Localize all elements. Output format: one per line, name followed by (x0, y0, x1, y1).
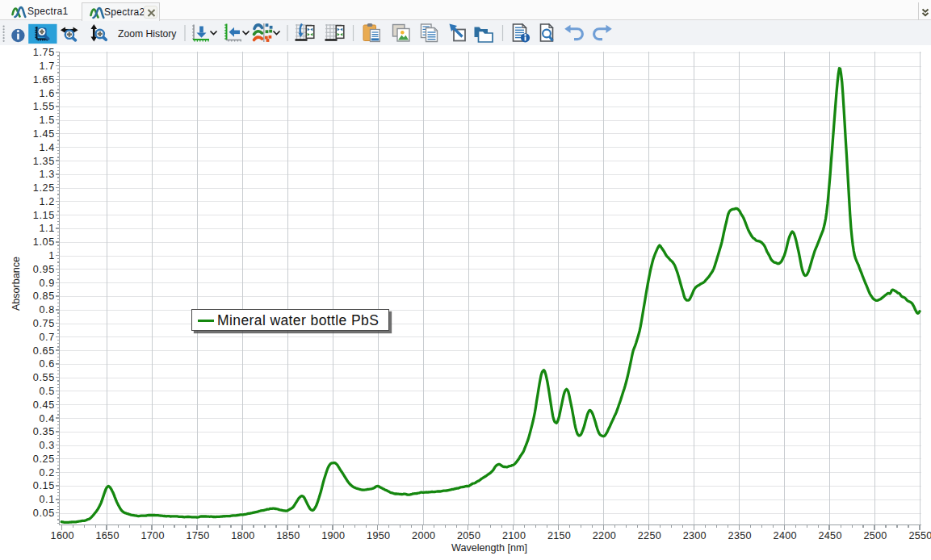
svg-text:2150: 2150 (547, 530, 571, 541)
svg-text:0.95: 0.95 (33, 264, 55, 275)
svg-text:1800: 1800 (231, 530, 254, 541)
svg-text:0.7: 0.7 (39, 332, 55, 343)
svg-text:2450: 2450 (818, 530, 841, 541)
svg-text:0.55: 0.55 (33, 372, 55, 383)
svg-text:1.75: 1.75 (33, 47, 55, 58)
svg-text:1.65: 1.65 (33, 74, 55, 86)
svg-text:0.15: 0.15 (33, 480, 55, 491)
svg-text:1.2: 1.2 (39, 196, 55, 207)
svg-text:1750: 1750 (186, 530, 209, 541)
svg-text:2100: 2100 (502, 530, 526, 541)
svg-text:2000: 2000 (412, 530, 435, 541)
svg-text:0.75: 0.75 (33, 318, 55, 329)
svg-text:0.3: 0.3 (39, 440, 55, 451)
svg-text:1950: 1950 (367, 530, 390, 541)
svg-text:1.5: 1.5 (39, 115, 55, 126)
svg-text:1.15: 1.15 (33, 210, 55, 221)
svg-text:1.4: 1.4 (39, 142, 55, 153)
svg-text:0.05: 0.05 (33, 508, 55, 519)
svg-text:1.1: 1.1 (39, 223, 55, 234)
svg-text:0.6: 0.6 (39, 358, 55, 370)
svg-text:1.3: 1.3 (39, 169, 55, 180)
svg-text:2200: 2200 (593, 530, 616, 541)
svg-text:2300: 2300 (683, 530, 707, 541)
svg-text:2500: 2500 (863, 530, 887, 541)
svg-text:2050: 2050 (457, 530, 480, 541)
svg-text:0.9: 0.9 (39, 278, 55, 289)
svg-text:0.85: 0.85 (33, 290, 55, 302)
svg-text:2550: 2550 (908, 530, 931, 541)
svg-text:1.55: 1.55 (33, 101, 55, 112)
svg-text:1900: 1900 (321, 530, 345, 541)
svg-text:0.5: 0.5 (39, 386, 55, 397)
svg-text:0.45: 0.45 (33, 399, 55, 411)
svg-text:1.25: 1.25 (33, 182, 55, 194)
svg-text:1.05: 1.05 (33, 236, 55, 248)
svg-text:1650: 1650 (95, 530, 119, 541)
svg-text:0.25: 0.25 (33, 453, 55, 465)
svg-text:Absorbance: Absorbance (10, 257, 22, 311)
svg-text:1600: 1600 (51, 530, 74, 541)
svg-text:2250: 2250 (638, 530, 661, 541)
svg-text:1.6: 1.6 (39, 88, 55, 99)
svg-text:0.4: 0.4 (39, 413, 55, 424)
svg-text:1.35: 1.35 (33, 156, 55, 167)
svg-text:0.2: 0.2 (39, 467, 55, 479)
svg-text:1.45: 1.45 (33, 128, 55, 140)
svg-text:0.8: 0.8 (39, 304, 55, 316)
svg-text:1.7: 1.7 (39, 61, 55, 72)
svg-text:2400: 2400 (774, 530, 797, 541)
svg-text:0.35: 0.35 (33, 426, 55, 437)
svg-text:0.65: 0.65 (33, 345, 55, 357)
svg-text:Zoom History: Zoom History (118, 28, 177, 40)
svg-text:1850: 1850 (276, 530, 300, 541)
svg-text:1700: 1700 (140, 530, 164, 541)
svg-text:Wavelength [nm]: Wavelength [nm] (451, 542, 527, 554)
svg-text:0.1: 0.1 (39, 494, 55, 505)
svg-text:1: 1 (48, 250, 55, 261)
svg-text:2350: 2350 (728, 530, 752, 541)
